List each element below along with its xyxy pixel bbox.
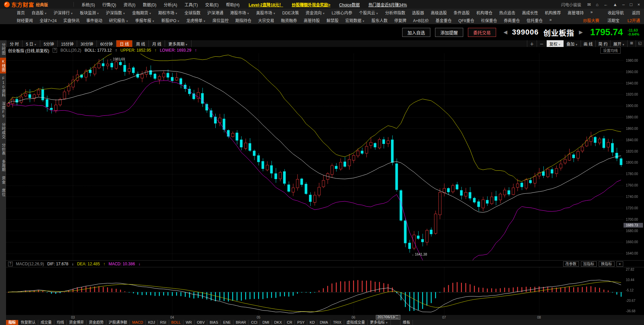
nav-item[interactable]: 解禁股	[323, 17, 342, 23]
sidebar-item[interactable]: 分时成交	[0, 121, 6, 141]
sidebar-item[interactable]: F10资料	[0, 74, 6, 99]
nav-item[interactable]: DDE决策	[279, 10, 302, 15]
indicator-tab[interactable]: 资金博弈	[67, 320, 87, 325]
help-icon[interactable]: ?	[53, 48, 57, 53]
nav-item[interactable]: L2核心内参	[328, 10, 356, 15]
indicator-tab[interactable]: MACD	[130, 320, 146, 325]
indicator-tab[interactable]: BOLL	[169, 320, 183, 325]
close-icon[interactable]: ×	[637, 2, 640, 7]
nav-item[interactable]: 条件选股	[450, 10, 473, 15]
indicator-tab[interactable]: PSY	[295, 320, 307, 325]
nav-item[interactable]: 停复牌	[391, 17, 410, 23]
nav-item[interactable]: L2开通	[627, 17, 641, 23]
indicator-tab[interactable]: BRAR	[233, 320, 249, 325]
nav-item[interactable]: 板块监测▼	[76, 10, 103, 15]
nav-item[interactable]: 港股市场▼	[227, 10, 253, 15]
sidebar-item[interactable]: 分价表	[0, 142, 6, 157]
chart-tool-button[interactable]: ＋	[527, 40, 537, 47]
menu-item[interactable]: 交易(E)	[202, 2, 222, 7]
menu-item[interactable]: 系统(S)	[78, 2, 99, 7]
indicator-tab[interactable]: RSI	[158, 320, 169, 325]
nav-item[interactable]: 沪深港通	[204, 10, 227, 15]
nav-item[interactable]: 基金重仓	[432, 17, 455, 23]
nav-item[interactable]: 大宗交易	[255, 17, 278, 23]
back-icon[interactable]: ←	[603, 2, 608, 7]
period-tab[interactable]: 15分钟	[58, 40, 77, 47]
chart-tool-button[interactable]: 画 线	[581, 40, 595, 47]
indicator-tab[interactable]: 成交量	[38, 320, 54, 325]
nav-item[interactable]: 信托重仓	[523, 17, 546, 23]
nav-item[interactable]: 返回	[631, 10, 641, 15]
chart-tool-button[interactable]: 复权▼	[546, 40, 564, 47]
menu-item[interactable]: 资讯(I)	[120, 2, 139, 7]
indicator-tab[interactable]: CR	[284, 320, 295, 325]
skin-icon[interactable]: ▲	[613, 2, 617, 7]
indicator-tab[interactable]: TRIX	[331, 320, 344, 325]
nav-item[interactable]: 机构推荐	[541, 10, 564, 15]
period-tab[interactable]: 30分钟	[77, 40, 97, 47]
indicator-tab[interactable]: 资金趋势	[87, 320, 106, 325]
username[interactable]: 闪电小骏骏	[561, 2, 581, 7]
nav-item[interactable]: 收起导航	[607, 10, 625, 15]
prev-stock-arrow[interactable]: ◀	[503, 29, 507, 35]
sidebar-item[interactable]: K线图	[0, 58, 6, 73]
mail-icon[interactable]: ✉	[587, 2, 591, 7]
minimize-icon[interactable]: –	[622, 2, 625, 7]
nav-item[interactable]: 沪深排行▼	[50, 10, 76, 15]
period-tab[interactable]: 5 日▼	[22, 40, 40, 47]
nav-item[interactable]: 全球指数	[181, 10, 204, 15]
macd-tool-button[interactable]: ×	[616, 261, 623, 267]
chart-tool-button[interactable]: 简 约	[595, 40, 610, 47]
nav-item[interactable]: 金融期货▼	[129, 10, 155, 15]
header-button[interactable]: 加入自选	[402, 28, 430, 37]
nav-item[interactable]: 高级选股	[427, 10, 450, 15]
kline-chart-canvas[interactable]	[6, 54, 644, 260]
promo-link[interactable]: 炒股赚额外现金奖励>	[292, 2, 330, 7]
macd-tool-button[interactable]: 改参数	[563, 261, 579, 267]
nav-item[interactable]: 龙虎榜单▼	[183, 17, 209, 23]
menu-item[interactable]: 分析(A)	[160, 2, 181, 7]
indicator-tab[interactable]: DKX	[272, 320, 285, 325]
indicator-tab[interactable]: 均线	[54, 320, 67, 325]
indicator-tab[interactable]: KDJ	[146, 320, 158, 325]
period-tab[interactable]: 分 时	[6, 40, 22, 47]
nav-item[interactable]: 高管增持	[564, 10, 587, 15]
nav-item[interactable]: 股东人数	[368, 17, 391, 23]
indicator-tab[interactable]: KD	[307, 320, 317, 325]
period-tab[interactable]: 月 线	[149, 40, 165, 47]
sidebar-item[interactable]: 深度F9	[0, 100, 6, 120]
nav-item[interactable]: 沪深指数▼	[103, 10, 129, 15]
period-tab[interactable]: 周 线	[132, 40, 149, 47]
chart-tool-button[interactable]: －	[537, 40, 546, 47]
macd-tool-button[interactable]: 换指标	[599, 261, 614, 267]
indicator-tab[interactable]: 虚拟成交量	[344, 320, 368, 325]
indicator-tab[interactable]: ENE	[221, 320, 233, 325]
indicator-tab[interactable]: 更多指标▼	[368, 320, 391, 325]
indicator-tab[interactable]: 沪股通净额	[106, 320, 130, 325]
nav-item[interactable]: 活期宝	[607, 17, 620, 23]
nav-item[interactable]: »	[546, 17, 555, 23]
next-stock-arrow[interactable]: ▶	[579, 29, 583, 35]
nav-item[interactable]: 自选股▼	[28, 10, 50, 15]
header-button[interactable]: 委托交易	[468, 28, 496, 37]
chart-tool-button[interactable]: 叠加▼	[564, 40, 581, 47]
menu-item[interactable]: 数据(D)	[139, 2, 160, 7]
restore-icon[interactable]: □	[630, 2, 633, 7]
promo-link[interactable]: 热门基金近6月赚34%	[368, 2, 407, 7]
nav-item[interactable]: A+B比价	[410, 17, 432, 23]
indicator-tab[interactable]: DMI	[260, 320, 272, 325]
nav-item[interactable]: 券商重仓	[500, 17, 523, 23]
nav-item[interactable]: 期权市场▼	[155, 10, 181, 15]
nav-item[interactable]: 新股IPO▼	[158, 17, 183, 23]
indicator-tab[interactable]: OBV	[195, 320, 207, 325]
period-tab[interactable]: 日 线	[116, 40, 132, 47]
nav-item[interactable]: 社保重仓	[478, 17, 500, 23]
nav-item[interactable]: 融资融券	[278, 17, 301, 23]
period-tab[interactable]: 5分钟	[40, 40, 58, 47]
indicator-tab[interactable]: WR	[183, 320, 195, 325]
indicator-tab[interactable]: 指标	[6, 320, 18, 325]
nav-item[interactable]: 选股器	[409, 10, 427, 15]
indicator-tab[interactable]: 恢复默认	[18, 320, 38, 325]
nav-item[interactable]: 事件驱动	[83, 17, 106, 23]
indicator-tab[interactable]: BIAS	[207, 320, 221, 325]
